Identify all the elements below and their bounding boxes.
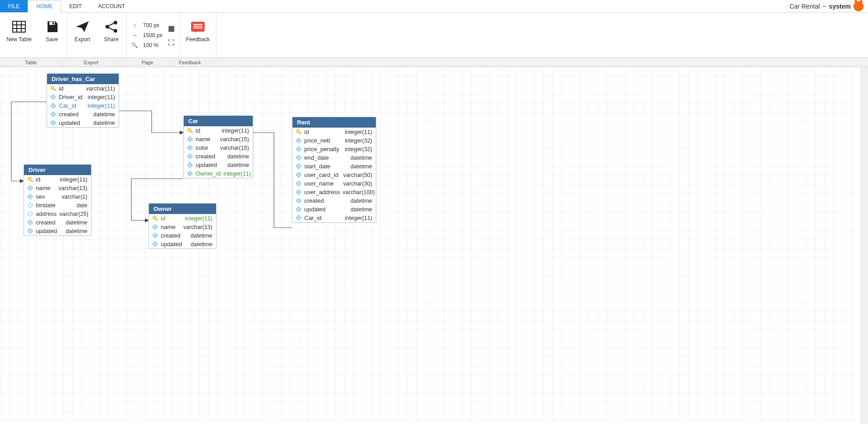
column-row[interactable]: user_namevarchar(30) [293,179,376,188]
column-name: updated [161,241,188,248]
column-type: datetime [191,241,212,248]
column-row[interactable]: updateddatetime [47,119,119,127]
column-name: Owner_id [196,170,221,177]
erd-canvas[interactable]: Driver_has_Caridvarchar(11)Driver_idinte… [0,67,860,422]
save-label: Save [46,36,58,43]
column-name: user_card_id [304,172,340,178]
column-name: name [196,136,217,143]
diamond-icon [153,233,158,238]
tab-file[interactable]: FILE [0,0,28,12]
column-row[interactable]: updateddatetime [24,227,91,235]
column-row[interactable]: updateddatetime [149,240,216,248]
share-button[interactable]: Share [100,15,123,44]
column-name: color [196,144,217,151]
column-row[interactable]: user_card_idvarchar(50) [293,171,376,179]
column-type: datetime [93,111,115,118]
new-table-button[interactable]: New Table [4,15,34,44]
column-row[interactable]: user_addressvarchar(100) [293,188,376,196]
entity-rent[interactable]: Rentidinteger(11)price_nettinteger(32)pr… [292,117,376,223]
tab-account[interactable]: ACCOUNT [90,0,133,12]
column-row[interactable]: Owner_idinteger(11) [184,169,253,178]
column-name: name [161,224,181,230]
column-row[interactable]: birtdatedate [24,201,91,210]
column-row[interactable]: sexvarchar(1) [24,192,91,201]
column-name: id [161,215,182,222]
column-row[interactable]: namevarchar(15) [184,135,253,143]
tab-edit[interactable]: EDIT [61,0,90,12]
column-name: birtdate [36,202,74,209]
column-type: varchar(30) [343,181,372,187]
diamond-icon [51,103,56,109]
tab-home[interactable]: HOME [28,0,61,13]
column-type: date [77,202,87,209]
vertical-scrollbar[interactable] [861,67,868,424]
fit-screen-icon[interactable]: ⛶ [168,39,175,46]
page-width-row[interactable]: ↔ 1500 px [131,32,163,38]
entity-owner[interactable]: Owneridinteger(11)namevarchar(13)created… [149,203,216,249]
export-button[interactable]: Export [71,15,94,44]
entity-driver_has_car[interactable]: Driver_has_Caridvarchar(11)Driver_idinte… [47,73,119,128]
entity-header[interactable]: Driver [24,165,91,175]
column-row[interactable]: createddatetime [184,152,253,161]
github-icon[interactable] [854,1,863,11]
column-row[interactable]: colorvarchar(15) [184,143,253,152]
column-row[interactable]: idvarchar(11) [47,84,119,93]
column-row[interactable]: idinteger(11) [149,214,216,223]
diamond-icon [187,137,193,142]
svg-point-9 [114,29,117,33]
column-row[interactable]: Car_idinteger(11) [47,101,119,110]
column-name: id [59,85,83,92]
column-row[interactable]: idinteger(11) [293,128,376,136]
canvas-viewport[interactable]: Driver_has_Caridvarchar(11)Driver_idinte… [0,67,868,424]
diamond-icon [296,172,302,178]
column-row[interactable]: createddatetime [293,196,376,205]
width-icon: ↔ [131,32,139,38]
column-name: user_address [304,189,340,195]
entity-header[interactable]: Owner [149,204,216,214]
grid-toggle-icon[interactable]: ▦ [168,24,175,33]
column-row[interactable]: addressvarchar(25) [24,210,91,218]
group-label-export: Export [62,58,120,67]
relation-line [119,111,183,133]
column-row[interactable]: createddatetime [149,231,216,240]
entity-driver[interactable]: Driveridinteger(11)namevarchar(13)sexvar… [24,164,91,236]
column-row[interactable]: price_nettinteger(32) [293,136,376,145]
column-name: name [36,185,56,191]
column-name: updated [196,162,225,168]
column-name: updated [59,119,91,126]
group-label-feedback: Feedback [175,58,206,67]
entity-header[interactable]: Rent [293,117,376,128]
column-row[interactable]: Driver_idinteger(11) [47,93,119,101]
diamond-icon [187,154,193,159]
entity-header[interactable]: Car [184,116,253,126]
column-row[interactable]: start_datedatetime [293,162,376,171]
column-name: created [304,197,348,204]
diamond-icon [296,155,302,161]
entity-car[interactable]: Caridinteger(11)namevarchar(15)colorvarc… [183,115,253,178]
column-type: datetime [66,219,87,226]
column-row[interactable]: updateddatetime [184,161,253,169]
column-row[interactable]: end_datedatetime [293,153,376,162]
column-row[interactable]: Car_idinteger(11) [293,214,376,222]
column-row[interactable]: namevarchar(13) [24,184,91,192]
column-row[interactable]: namevarchar(13) [149,223,216,231]
column-name: end_date [304,154,348,161]
feedback-button[interactable]: Feedback [183,15,213,44]
page-zoom-row[interactable]: 🔍 100 % [131,42,163,48]
entity-header[interactable]: Driver_has_Car [47,74,119,84]
column-type: datetime [350,198,372,204]
save-button[interactable]: Save [41,15,63,44]
column-row[interactable]: idinteger(11) [184,126,253,135]
column-row[interactable]: updateddatetime [293,205,376,214]
share-icon [105,17,118,36]
column-row[interactable]: price_penaltyinteger(32) [293,145,376,153]
column-row[interactable]: createddatetime [24,218,91,227]
column-row[interactable]: idinteger(11) [24,175,91,184]
column-row[interactable]: createddatetime [47,110,119,119]
diamond-icon [187,162,193,168]
diamond-icon [28,203,33,208]
page-height-row[interactable]: ↕ 700 px [131,22,163,29]
diamond-icon [296,190,302,195]
grid-icon [12,17,26,36]
ribbon-group-table: New Table Save [0,13,67,57]
